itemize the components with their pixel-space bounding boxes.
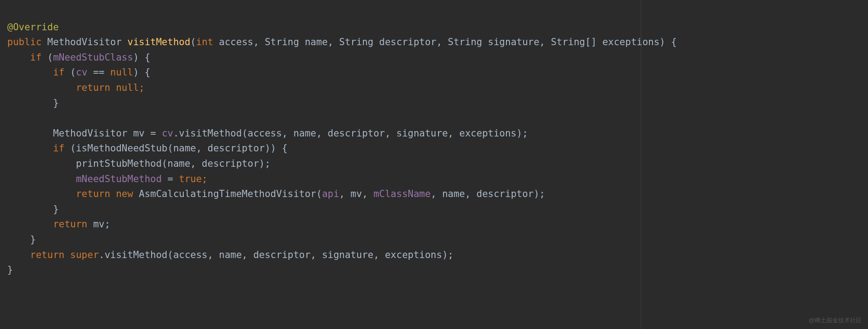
- operator: ==: [87, 67, 110, 78]
- field-ref: mNeedStubMethod: [76, 174, 162, 184]
- null-literal: null: [110, 67, 134, 78]
- brace: }: [7, 204, 59, 215]
- keyword-return-new: return new: [7, 188, 133, 199]
- field-api: api: [322, 188, 339, 199]
- args: , mv,: [339, 188, 373, 199]
- field-cv: cv: [76, 67, 87, 78]
- null-literal: null: [116, 82, 139, 93]
- keyword-int: int: [196, 37, 213, 47]
- keyword-if: if: [7, 67, 64, 78]
- keyword-public: public: [7, 37, 42, 47]
- keyword-return: return: [7, 82, 116, 93]
- code-editor-content[interactable]: @Override public MethodVisitor visitMeth…: [7, 5, 861, 293]
- indent: [7, 174, 76, 184]
- semicolon: ;: [202, 174, 208, 184]
- method-call: printStubMethod(name, descriptor);: [7, 158, 271, 169]
- keyword-return: return: [7, 219, 87, 230]
- brace: }: [7, 264, 13, 275]
- semicolon: ;: [139, 82, 145, 93]
- var-decl: MethodVisitor mv =: [7, 128, 162, 139]
- condition: (isMethodNeedStub(name, descriptor)) {: [64, 143, 287, 154]
- method-name: visitMethod: [128, 37, 191, 47]
- super-call: .visitMethod(access, name, descriptor, s…: [99, 249, 453, 260]
- paren-close: ) {: [133, 67, 150, 78]
- method-call: .visitMethod(access, name, descriptor, s…: [173, 128, 528, 139]
- code-block: @Override public MethodVisitor visitMeth…: [7, 20, 861, 278]
- paren-close: ) {: [133, 52, 150, 63]
- args: , name, descriptor);: [431, 188, 545, 199]
- paren: (: [42, 52, 53, 63]
- paren: (: [64, 67, 76, 78]
- return-val: mv;: [87, 219, 110, 230]
- watermark: @稀土掘金技术社区: [809, 316, 862, 325]
- keyword-if: if: [7, 143, 64, 154]
- field-cv: cv: [162, 128, 173, 139]
- field-ref: mNeedStubClass: [53, 52, 133, 63]
- keyword-super: super: [70, 249, 99, 260]
- keyword-if: if: [7, 52, 42, 63]
- field-classname: mClassName: [373, 188, 430, 199]
- constructor-call: AsmCalculatingTimeMethodVisitor(: [133, 188, 322, 199]
- brace: }: [7, 98, 59, 108]
- paren: (: [191, 37, 196, 47]
- brace: }: [7, 234, 36, 245]
- annotation: @Override: [7, 22, 59, 33]
- true-literal: true: [179, 174, 202, 184]
- keyword-return: return: [7, 249, 70, 260]
- params: access, String name, String descriptor, …: [213, 37, 677, 47]
- return-type: MethodVisitor: [42, 37, 128, 47]
- operator: =: [162, 174, 179, 184]
